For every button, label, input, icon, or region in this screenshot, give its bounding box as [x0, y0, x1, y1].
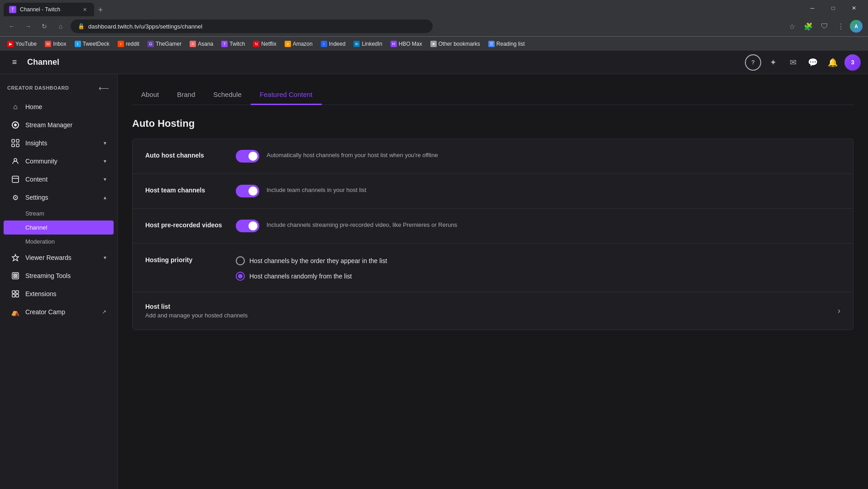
close-button[interactable]: ✕ — [844, 0, 864, 16]
svg-rect-11 — [14, 274, 15, 275]
new-tab-button[interactable]: + — [94, 4, 107, 16]
host-pre-recorded-description: Include channels streaming pre-recorded … — [267, 221, 457, 228]
back-button[interactable]: ← — [5, 20, 18, 33]
settings-chevron-icon: ▴ — [104, 194, 106, 201]
lock-icon: 🔒 — [78, 23, 85, 29]
hosting-priority-label: Hosting priority — [145, 254, 236, 264]
tab-brand[interactable]: Brand — [168, 85, 204, 105]
svg-rect-10 — [12, 273, 19, 279]
host-list-content: Host list Add and manage your hosted cha… — [145, 303, 838, 319]
host-list-row[interactable]: Host list Add and manage your hosted cha… — [133, 292, 853, 330]
sidebar-sub-item-channel[interactable]: Channel — [4, 221, 114, 235]
tab-close-button[interactable]: ✕ — [81, 5, 89, 14]
sidebar-item-label-extensions: Extensions — [25, 290, 106, 297]
sidebar-sub-item-moderation[interactable]: Moderation — [4, 235, 114, 249]
bookmark-youtube[interactable]: ▶ YouTube — [4, 38, 40, 49]
radio-item-order[interactable]: Host channels by the order they appear i… — [236, 256, 840, 265]
tab-featured-content[interactable]: Featured Content — [251, 85, 322, 105]
sidebar-collapse-button[interactable]: ⟵ — [97, 82, 110, 94]
url-text: dashboard.twitch.tv/u/3pps/settings/chan… — [88, 23, 202, 30]
star-button[interactable]: ☆ — [785, 19, 799, 34]
bookmark-label-inbox: Inbox — [53, 41, 66, 47]
bookmark-thegamer[interactable]: G TheGamer — [144, 38, 185, 49]
bookmark-amazon[interactable]: a Amazon — [281, 38, 316, 49]
bookmark-twitch[interactable]: T Twitch — [218, 38, 248, 49]
tab-about[interactable]: About — [132, 85, 168, 105]
auto-host-toggle[interactable] — [236, 150, 259, 163]
menu-button[interactable]: ⋮ — [834, 19, 848, 34]
bookmark-label-linkedin: LinkedIn — [362, 41, 382, 47]
sidebar-item-settings[interactable]: ⚙ Settings ▴ — [4, 188, 114, 206]
top-nav-actions: ? ✦ ✉ 💬 🔔 3 — [745, 54, 861, 71]
bookmark-label-reddit: reddit — [126, 41, 139, 47]
mail-button[interactable]: ✉ — [785, 54, 801, 71]
viewer-rewards-icon — [11, 253, 20, 262]
sidebar-item-content[interactable]: Content ▾ — [4, 170, 114, 188]
bookmark-reddit[interactable]: r reddit — [114, 38, 143, 49]
sidebar-item-community[interactable]: Community ▾ — [4, 152, 114, 170]
active-browser-tab[interactable]: T Channel - Twitch ✕ — [4, 3, 94, 16]
sidebar-item-label-community: Community — [25, 158, 98, 165]
home-icon: ⌂ — [11, 102, 20, 111]
user-avatar[interactable]: 3 — [844, 54, 861, 71]
window-controls: ─ □ ✕ — [802, 0, 864, 16]
auto-host-description: Automatically host channels from your ho… — [267, 152, 438, 158]
discovery-button[interactable]: ✦ — [765, 54, 781, 71]
content-icon — [11, 175, 20, 184]
sidebar-header: CREATOR DASHBOARD ⟵ — [0, 74, 117, 98]
bookmark-inbox[interactable]: M Inbox — [41, 38, 70, 49]
svg-rect-15 — [12, 291, 15, 293]
minimize-button[interactable]: ─ — [802, 0, 823, 16]
reload-button[interactable]: ↻ — [38, 20, 51, 33]
chat-button[interactable]: 💬 — [805, 54, 821, 71]
bookmark-reading[interactable]: ☰ Reading list — [485, 38, 529, 49]
sidebar-item-home[interactable]: ⌂ Home — [4, 98, 114, 116]
browser-profile[interactable]: A — [850, 20, 863, 33]
viewer-rewards-chevron-icon: ▾ — [104, 254, 106, 261]
help-button[interactable]: ? — [745, 54, 761, 71]
radio-label-random: Host channels randomly from the list — [249, 273, 352, 280]
bookmark-label-asana: Asana — [198, 41, 213, 47]
bookmark-favicon-amazon: a — [285, 41, 291, 47]
settings-card: Auto host channels Automatically host ch… — [132, 139, 854, 330]
hamburger-button[interactable]: ≡ — [7, 55, 22, 70]
sidebar-item-label-creator-camp: Creator Camp — [25, 308, 96, 316]
bookmark-label-tweetdeck: TweetDeck — [83, 41, 110, 47]
bookmark-indeed[interactable]: i Indeed — [317, 38, 349, 49]
bookmark-linkedin[interactable]: in LinkedIn — [350, 38, 386, 49]
sidebar-item-extensions[interactable]: Extensions — [4, 285, 114, 303]
bookmark-favicon-indeed: i — [321, 41, 327, 47]
notifications-button[interactable]: 🔔 — [825, 54, 841, 71]
bookmark-tweetdeck[interactable]: t TweetDeck — [71, 38, 113, 49]
sidebar-item-creator-camp[interactable]: ⛺ Creator Camp ↗ — [4, 303, 114, 321]
app-container: ≡ Channel ? ✦ ✉ 💬 🔔 3 CREATOR DASHBOARD … — [0, 51, 868, 489]
bookmark-label-indeed: Indeed — [329, 41, 346, 47]
sidebar-item-label-settings: Settings — [25, 194, 98, 201]
extensions-button[interactable]: 🧩 — [801, 19, 816, 34]
sidebar-item-insights[interactable]: Insights ▾ — [4, 134, 114, 152]
sidebar-item-streaming-tools[interactable]: Streaming Tools — [4, 267, 114, 285]
bookmark-hbo[interactable]: H HBO Max — [387, 38, 426, 49]
host-team-toggle[interactable] — [236, 185, 259, 197]
tab-schedule[interactable]: Schedule — [204, 85, 251, 105]
bookmark-other[interactable]: ★ Other bookmarks — [427, 38, 484, 49]
sidebar-sub-item-label-moderation: Moderation — [25, 238, 55, 245]
sidebar-item-label-viewer-rewards: Viewer Rewards — [25, 254, 98, 261]
svg-rect-3 — [16, 139, 19, 142]
home-button[interactable]: ⌂ — [54, 20, 67, 33]
host-pre-recorded-toggle[interactable] — [236, 220, 259, 232]
maximize-button[interactable]: □ — [823, 0, 844, 16]
tab-title: Channel - Twitch — [20, 6, 60, 13]
bookmark-netflix[interactable]: N Netflix — [249, 38, 280, 49]
sidebar-sub-item-label-channel: Channel — [25, 224, 47, 231]
shield-button[interactable]: 🛡 — [817, 19, 832, 34]
radio-item-random[interactable]: Host channels randomly from the list — [236, 272, 840, 281]
svg-rect-5 — [16, 144, 19, 147]
address-input[interactable]: 🔒 dashboard.twitch.tv/u/3pps/settings/ch… — [71, 19, 433, 33]
bookmark-favicon-linkedin: in — [353, 41, 360, 47]
sidebar-item-viewer-rewards[interactable]: Viewer Rewards ▾ — [4, 249, 114, 267]
sidebar-sub-item-stream[interactable]: Stream — [4, 206, 114, 221]
sidebar-item-stream-manager[interactable]: Stream Manager — [4, 116, 114, 134]
bookmark-asana[interactable]: A Asana — [186, 38, 217, 49]
forward-button[interactable]: → — [22, 20, 34, 33]
